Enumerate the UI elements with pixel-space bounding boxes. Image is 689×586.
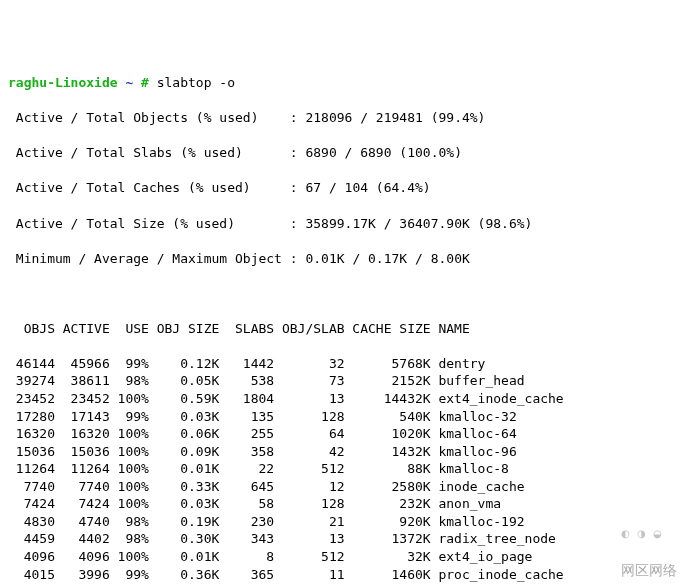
table-header: OBJS ACTIVE USE OBJ SIZE SLABS OBJ/SLAB … xyxy=(8,320,681,338)
table-body: 46144 45966 99% 0.12K 1442 32 5768K dent… xyxy=(8,355,681,586)
summary-line-3: Active / Total Caches (% used) : 67 / 10… xyxy=(8,179,681,197)
blank-line xyxy=(8,285,681,303)
prompt-path: ~ xyxy=(125,75,133,90)
watermark-icons: ◐ ◑ ◒ xyxy=(621,528,664,539)
summary-line-2: Active / Total Slabs (% used) : 6890 / 6… xyxy=(8,144,681,162)
summary-line-1: Active / Total Objects (% used) : 218096… xyxy=(8,109,681,127)
summary-line-5: Minimum / Average / Maximum Object : 0.0… xyxy=(8,250,681,268)
prompt-user-host: raghu-Linoxide xyxy=(8,75,118,90)
summary-line-4: Active / Total Size (% used) : 35899.17K… xyxy=(8,215,681,233)
watermark: ◐ ◑ ◒ 网区网络 xyxy=(613,504,677,580)
watermark-text: 网区网络 xyxy=(621,562,677,578)
prompt-hash: # xyxy=(141,75,149,90)
prompt-line: raghu-Linoxide ~ # slabtop -o xyxy=(8,74,681,92)
command-text: slabtop -o xyxy=(157,75,235,90)
